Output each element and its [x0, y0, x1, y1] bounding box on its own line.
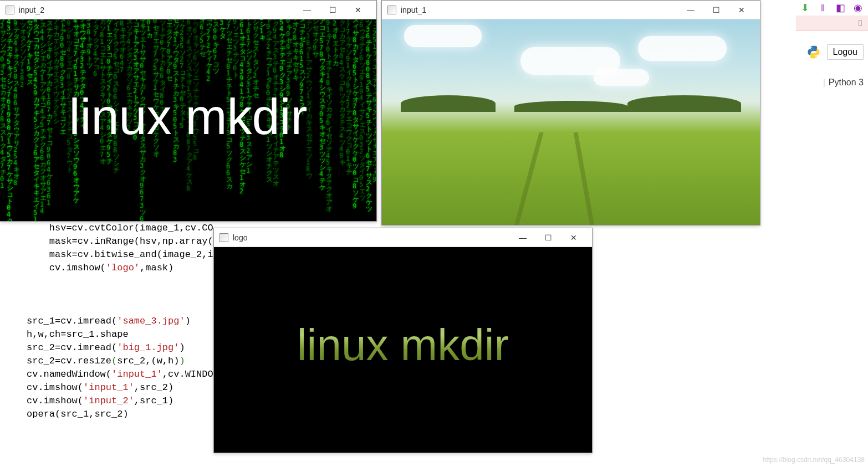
device-icon[interactable]: ▯ — [858, 18, 862, 27]
window-title: input_1 — [401, 6, 678, 14]
watermark: https://blog.csdn.net/qq_46304138 — [763, 456, 865, 464]
titlebar[interactable]: input_1 — ☐ ✕ — [382, 1, 760, 19]
browser-tab-bar — [796, 16, 868, 31]
kernel-name: Python 3 — [829, 78, 864, 88]
overlay-text: linux mkdir — [69, 89, 307, 146]
window-title: input_2 — [19, 6, 294, 14]
image-content: ツ ケ ウ 7 6 ツ ケ 2 サ シ ソ ウ 0 オ 3 セ セ カ オ タ … — [0, 19, 376, 221]
maximize-button[interactable]: ☐ — [703, 2, 729, 18]
python-logo-icon — [806, 44, 821, 60]
maximize-button[interactable]: ☐ — [320, 2, 345, 18]
window-logo: logo — ☐ ✕ linux mkdir — [213, 228, 593, 453]
minimize-button[interactable]: — — [510, 229, 535, 246]
image-content — [382, 19, 760, 225]
maximize-button[interactable]: ☐ — [535, 229, 561, 246]
close-button[interactable]: ✕ — [729, 2, 754, 18]
kernel-indicator: | Python 3 — [823, 78, 864, 88]
account-icon[interactable]: ◉ — [852, 2, 864, 13]
close-button[interactable]: ✕ — [345, 2, 371, 18]
logout-button[interactable]: Logou — [827, 44, 864, 60]
overlay-text: linux mkdir — [297, 319, 509, 370]
titlebar[interactable]: logo — ☐ ✕ — [214, 228, 592, 247]
minimize-button[interactable]: — — [678, 2, 703, 18]
image-content: linux mkdir — [214, 247, 592, 453]
titlebar[interactable]: input_2 — ☐ ✕ — [0, 1, 376, 19]
close-button[interactable]: ✕ — [561, 229, 586, 246]
download-icon[interactable]: ⬇ — [799, 2, 810, 13]
window-title: logo — [233, 233, 510, 242]
browser-toolbar: ⬇ ⦀ ◧ ◉ — [799, 2, 864, 13]
library-icon[interactable]: ⦀ — [817, 2, 828, 13]
app-icon — [6, 6, 14, 14]
app-icon — [387, 6, 396, 14]
minimize-button[interactable]: — — [294, 2, 320, 18]
code-editor-content: hsv=cv.cvtColor(image_1,cv.CO mask=cv.in… — [27, 222, 221, 421]
window-input-1: input_1 — ☐ ✕ — [381, 0, 760, 225]
extension-icon[interactable]: ◧ — [835, 2, 846, 13]
app-icon — [219, 233, 228, 242]
window-input-2: input_2 — ☐ ✕ ツ ケ ウ 7 6 ツ ケ 2 サ シ ソ ウ 0 … — [0, 0, 377, 222]
